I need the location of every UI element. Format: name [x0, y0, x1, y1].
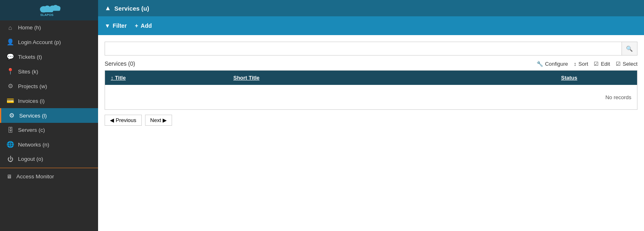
- list-title: Services (0): [105, 60, 135, 67]
- sidebar-item-tickets-label: Tickets (t): [18, 54, 42, 60]
- topbar-title: Services (u): [114, 5, 149, 12]
- sidebar-item-networks[interactable]: 🌐 Networks (n): [0, 137, 98, 152]
- projects-icon: ⚙: [7, 82, 14, 90]
- sidebar-item-tickets[interactable]: 💬 Tickets (t): [0, 49, 98, 64]
- no-records-text: No records: [605, 94, 631, 100]
- sidebar: SLAPOS ⌂ Home (h) 👤 Login Account (p) 💬 …: [0, 0, 98, 231]
- services-icon: ⚙: [8, 112, 15, 119]
- sidebar-item-networks-label: Networks (n): [18, 142, 49, 148]
- topbar: ▲ Services (u): [98, 0, 644, 16]
- select-label: Select: [623, 61, 637, 67]
- sort-icon: ↕: [574, 61, 577, 67]
- column-status[interactable]: Status: [555, 71, 637, 85]
- sidebar-item-home[interactable]: ⌂ Home (h): [0, 20, 98, 35]
- sidebar-item-logout-label: Logout (o): [18, 156, 43, 162]
- svg-rect-7: [49, 8, 60, 11]
- table-body: No records: [105, 85, 637, 109]
- configure-label: Configure: [545, 61, 568, 67]
- table-header: ↕ Title Short Title Status: [105, 71, 637, 85]
- column-short-title[interactable]: Short Title: [228, 71, 555, 85]
- logout-icon: ⏻: [7, 155, 14, 162]
- edit-label: Edit: [601, 61, 610, 67]
- servers-icon: 🗄: [7, 127, 14, 133]
- sidebar-item-services-label: Services (l): [19, 113, 47, 119]
- search-button[interactable]: 🔍: [622, 42, 637, 56]
- next-icon: ▶: [163, 117, 167, 123]
- sidebar-item-logout[interactable]: ⏻ Logout (o): [0, 152, 98, 166]
- sidebar-item-services[interactable]: ⚙ Services (l): [0, 108, 98, 123]
- column-status-label: Status: [561, 75, 577, 81]
- sidebar-divider: [0, 168, 98, 168]
- pagination: ◀ Previous Next ▶: [105, 115, 637, 126]
- sidebar-item-projects[interactable]: ⚙ Projects (w): [0, 79, 98, 93]
- network-icon: 🌐: [7, 141, 14, 148]
- sidebar-item-sites[interactable]: 📍 Sites (k): [0, 64, 98, 79]
- sidebar-item-servers[interactable]: 🗄 Servers (c): [0, 123, 98, 137]
- filter-button[interactable]: ▼ Filter: [105, 22, 127, 29]
- search-row: 🔍: [105, 42, 637, 56]
- list-header-row: Services (0) 🔧 Configure ↕ Sort ☑ Edit ☑…: [105, 60, 637, 67]
- main-content: ▲ Services (u) ▼ Filter + Add 🔍 Services…: [98, 0, 644, 231]
- search-input[interactable]: [105, 42, 622, 56]
- content-area: 🔍 Services (0) 🔧 Configure ↕ Sort ☑ Edit: [98, 35, 644, 231]
- sidebar-item-projects-label: Projects (w): [18, 83, 47, 89]
- sidebar-item-login-account-label: Login Account (p): [18, 39, 61, 45]
- add-label: Add: [141, 22, 152, 29]
- previous-label: Previous: [116, 117, 136, 123]
- previous-button[interactable]: ◀ Previous: [105, 115, 142, 126]
- topbar-arrow-icon: ▲: [105, 4, 111, 12]
- edit-button[interactable]: ☑ Edit: [594, 61, 610, 67]
- invoices-icon: 💳: [7, 97, 14, 104]
- edit-icon: ☑: [594, 61, 599, 67]
- data-table: ↕ Title Short Title Status No records: [105, 70, 637, 110]
- column-title[interactable]: ↕ Title: [105, 71, 228, 85]
- filter-icon: ▼: [105, 22, 110, 29]
- monitor-icon: 🖥: [7, 173, 12, 180]
- svg-text:SLAPOS: SLAPOS: [40, 13, 54, 17]
- sidebar-item-access-monitor-label: Access Monitor: [16, 173, 54, 180]
- sidebar-item-invoices[interactable]: 💳 Invoices (i): [0, 93, 98, 108]
- toolbar: ▼ Filter + Add: [98, 16, 644, 35]
- sidebar-item-invoices-label: Invoices (i): [18, 98, 45, 104]
- add-button[interactable]: + Add: [135, 22, 152, 29]
- select-button[interactable]: ☑ Select: [616, 61, 637, 67]
- list-actions: 🔧 Configure ↕ Sort ☑ Edit ☑ Select: [537, 61, 637, 67]
- column-short-title-label: Short Title: [233, 75, 259, 81]
- sort-title-icon: ↕: [111, 75, 115, 81]
- sort-button[interactable]: ↕ Sort: [574, 61, 588, 67]
- user-icon: 👤: [7, 38, 14, 46]
- filter-label: Filter: [113, 22, 127, 29]
- sidebar-item-sites-label: Sites (k): [18, 69, 38, 75]
- sort-label: Sort: [579, 61, 588, 67]
- sidebar-nav: ⌂ Home (h) 👤 Login Account (p) 💬 Tickets…: [0, 20, 98, 231]
- search-icon: 🔍: [626, 46, 633, 52]
- configure-button[interactable]: 🔧 Configure: [537, 61, 568, 67]
- chat-icon: 💬: [7, 53, 14, 60]
- sidebar-item-home-label: Home (h): [18, 24, 41, 31]
- sidebar-item-login-account[interactable]: 👤 Login Account (p): [0, 35, 98, 49]
- home-icon: ⌂: [7, 24, 14, 31]
- location-icon: 📍: [7, 68, 14, 75]
- sidebar-item-access-monitor[interactable]: 🖥 Access Monitor: [0, 170, 98, 183]
- next-button[interactable]: Next ▶: [145, 115, 172, 126]
- logo: SLAPOS: [0, 0, 98, 20]
- sidebar-item-servers-label: Servers (c): [18, 127, 45, 133]
- add-icon: +: [135, 22, 138, 29]
- next-label: Next: [150, 117, 161, 123]
- configure-icon: 🔧: [537, 61, 543, 67]
- select-icon: ☑: [616, 61, 621, 67]
- column-title-label: Title: [115, 75, 126, 81]
- previous-icon: ◀: [110, 117, 114, 123]
